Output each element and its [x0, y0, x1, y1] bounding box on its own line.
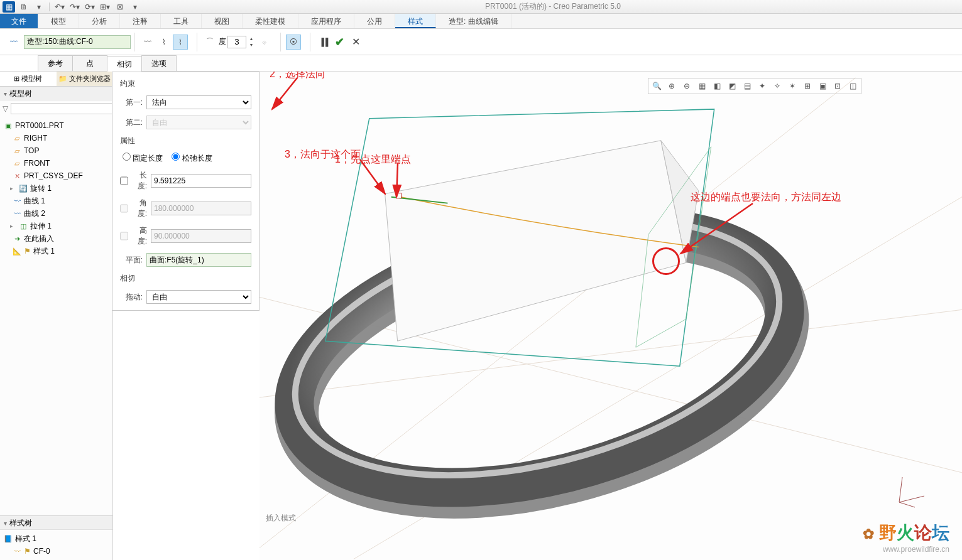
show-points-icon[interactable]: ⦿: [286, 35, 301, 50]
input-angle: [151, 202, 251, 215]
menu-model[interactable]: 模型: [38, 14, 79, 28]
label-angle: 角度:: [132, 198, 147, 219]
sidetab-model-tree[interactable]: ⊞模型树: [0, 72, 57, 86]
check-angle: [120, 204, 128, 213]
tree-insert-here[interactable]: ➜在此插入: [1, 232, 111, 245]
menu-flexible[interactable]: 柔性建模: [243, 14, 298, 28]
model-tree-header[interactable]: 模型树: [0, 87, 112, 100]
radio-relax-length[interactable]: 松弛长度: [172, 153, 212, 164]
filter-icon[interactable]: ▽: [3, 103, 8, 114]
label-plane: 平面:: [120, 255, 143, 266]
model-tree: ▣PRT0001.PRT ▱RIGHT ▱TOP ▱FRONT ⤬PRT_CSY…: [0, 117, 112, 515]
style-cf0[interactable]: 〰⚑CF-0: [1, 545, 111, 557]
menu-bar: 文件 模型 分析 注释 工具 视图 柔性建模 应用程序 公用 样式 造型: 曲线…: [0, 14, 962, 29]
menu-style[interactable]: 样式: [395, 14, 436, 28]
tree-plane-top[interactable]: ▱TOP: [1, 144, 111, 157]
section-attr: 属性: [120, 136, 251, 146]
degree-up-icon[interactable]: ▲: [248, 36, 255, 42]
tree-csys[interactable]: ⤬PRT_CSYS_DEF: [1, 170, 111, 182]
label-first: 第一:: [120, 97, 143, 108]
qat-more-icon[interactable]: ▾: [129, 1, 141, 13]
model-scene: [260, 72, 962, 559]
new-icon[interactable]: 🗎: [18, 1, 30, 13]
svg-line-16: [899, 496, 924, 502]
label-second: 第二:: [120, 117, 143, 128]
convert-icon[interactable]: ⟐: [256, 35, 271, 50]
watermark: ✿ 野火论坛 www.proewildfire.cn: [863, 521, 949, 554]
quick-access-toolbar: ▦ 🗎 ▾ ↶▾ ↷▾ ⟳▾ ⊞▾ ⊠ ▾: [0, 1, 144, 13]
section-tangent: 相切: [120, 273, 251, 284]
app-icon[interactable]: ▦: [3, 1, 15, 13]
degree-down-icon[interactable]: ▼: [248, 42, 255, 48]
tree-plane-right[interactable]: ▱RIGHT: [1, 132, 111, 144]
planar-curve-icon[interactable]: ⌇: [156, 35, 172, 50]
degree-label: 度: [219, 36, 226, 47]
label-length: 长度:: [132, 170, 147, 191]
save-icon[interactable]: ▾: [33, 1, 45, 13]
menu-file[interactable]: 文件: [0, 14, 38, 28]
check-height: [120, 232, 128, 240]
tree-revolve[interactable]: ▸🔄旋转 1: [1, 182, 111, 195]
free-curve-icon[interactable]: 〰: [140, 35, 155, 50]
svg-line-18: [899, 502, 915, 507]
cancel-icon[interactable]: ✕: [348, 35, 363, 50]
menu-annotate[interactable]: 注释: [120, 14, 161, 28]
label-drag: 拖动:: [120, 292, 143, 303]
section-constraint: 约束: [120, 78, 251, 89]
subtab-point[interactable]: 点: [72, 55, 107, 71]
input-height: [151, 229, 251, 243]
status-mode: 插入模式: [266, 513, 296, 524]
viewport[interactable]: 🔍 ⊕ ⊖ ▦ ◧ ◩ ▤ ✦ ✧ ✶ ⊞ ▣ ⊡ ◫: [260, 72, 962, 560]
subtab-options[interactable]: 选项: [141, 55, 177, 71]
select-first[interactable]: 法向: [146, 95, 251, 109]
menu-common[interactable]: 公用: [354, 14, 395, 28]
tree-style[interactable]: 📐⚑样式 1: [1, 245, 111, 257]
sidetab-folder[interactable]: 📁文件夹浏览器: [57, 72, 113, 86]
subtab-tangent[interactable]: 相切: [107, 56, 142, 72]
menu-curve-edit[interactable]: 造型: 曲线编辑: [436, 14, 511, 28]
select-second: 自由: [146, 116, 251, 129]
style-tree-header[interactable]: 样式树: [0, 516, 112, 530]
view-triad: [893, 471, 931, 510]
subtab-ref[interactable]: 参考: [38, 55, 73, 71]
svg-rect-11: [396, 193, 402, 198]
style-root[interactable]: 📘样式 1: [1, 532, 111, 545]
input-plane[interactable]: [146, 253, 251, 267]
tree-curve2[interactable]: 〰曲线 2: [1, 207, 111, 220]
title-bar: ▦ 🗎 ▾ ↶▾ ↷▾ ⟳▾ ⊞▾ ⊠ ▾ PRT0001 (活动的) - Cr…: [0, 0, 962, 14]
curve-smooth-icon[interactable]: ⌒: [202, 35, 217, 50]
svg-line-17: [899, 477, 902, 502]
sidebar: ⊞模型树 📁文件夹浏览器 模型树 ▽ ▣PRT0001.PRT ▱RIGHT ▱…: [0, 72, 113, 560]
menu-tools[interactable]: 工具: [161, 14, 202, 28]
redo-icon[interactable]: ↷▾: [68, 1, 81, 13]
tree-root[interactable]: ▣PRT0001.PRT: [1, 119, 111, 132]
tree-curve1[interactable]: 〰曲线 1: [1, 195, 111, 207]
window-title: PRT0001 (活动的) - Creo Parametric 5.0: [144, 1, 962, 12]
tree-extrude[interactable]: ▸◫拉伸 1: [1, 220, 111, 232]
highlight-circle: [652, 247, 680, 275]
tree-plane-front[interactable]: ▱FRONT: [1, 157, 111, 170]
cos-curve-icon[interactable]: ⌇: [173, 35, 188, 50]
label-height: 高度:: [132, 225, 147, 247]
feature-subtabs: 参考 点 相切 选项: [0, 55, 962, 72]
curve-type-icon[interactable]: 〰: [6, 35, 21, 50]
check-length[interactable]: [120, 176, 128, 185]
svg-marker-7: [385, 141, 686, 341]
tree-search-input[interactable]: [11, 103, 122, 114]
radio-fixed-length[interactable]: 固定长度: [123, 153, 163, 164]
select-drag[interactable]: 自由: [146, 290, 251, 304]
degree-input[interactable]: [227, 36, 246, 48]
windows-icon[interactable]: ⊞▾: [99, 1, 111, 13]
close-win-icon[interactable]: ⊠: [114, 1, 126, 13]
regen-icon[interactable]: ⟳▾: [84, 1, 96, 13]
menu-view[interactable]: 视图: [202, 14, 243, 28]
ok-icon[interactable]: ✔: [332, 35, 347, 50]
undo-icon[interactable]: ↶▾: [53, 1, 66, 13]
curve-selector-input[interactable]: [24, 35, 131, 49]
input-length[interactable]: [151, 174, 251, 188]
properties-panel: 约束 第一: 法向 第二: 自由 属性 固定长度 松弛长度 长度: 角度: 高度…: [112, 72, 260, 311]
menu-analysis[interactable]: 分析: [79, 14, 120, 28]
feature-toolbar: 〰 〰 ⌇ ⌇ ⌒ 度 ▲ ▼ ⟐ ⦿ ▐▐ ✔ ✕: [0, 29, 962, 55]
pause-icon[interactable]: ▐▐: [315, 35, 331, 50]
menu-apps[interactable]: 应用程序: [298, 14, 354, 28]
